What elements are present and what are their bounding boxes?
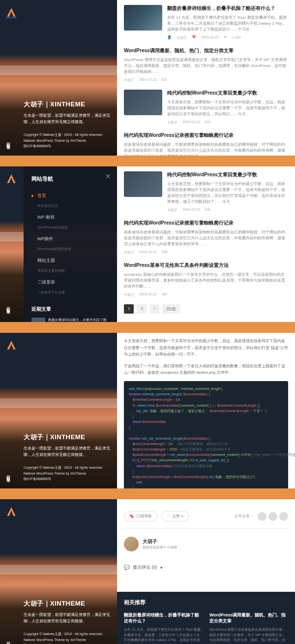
share-weibo-icon[interactable] xyxy=(268,512,277,521)
post-thumbnail xyxy=(124,171,162,197)
nav-rail[interactable]: 网站菜单 ≡ xyxy=(5,472,10,482)
post-excerpt: 很多做域名收录都有问题的，可能就需要知道蜘蛛到底都爬取自己的哪些链接，对于网站的… xyxy=(124,229,288,247)
article-paragraph: 今天突发尽想，想要限制一下文章评论当中的最少字数，后边，我发现现在很多同学下面内… xyxy=(124,338,288,358)
author-name[interactable]: 大胡子 xyxy=(143,538,177,545)
like-button[interactable]: ♡点赞 0 xyxy=(161,511,189,521)
views-icon: 👁 xyxy=(224,35,227,40)
site-tagline: 生命是一团欲望，欲望不能满足便痛苦，满足便无聊，人生就在痛苦和无聊之间摇摆。 xyxy=(24,612,110,625)
sidebar: 网站菜单 ≡ 大胡子｜XINTHEME 生命是一团欲望，欲望不能满足便痛苦，满足… xyxy=(0,333,117,488)
post-title[interactable]: 纯代码控制WordPress文章回复最少字数 xyxy=(167,171,288,178)
nav-item-theme[interactable]: 网站主题 xyxy=(31,255,109,267)
close-icon[interactable]: ✕ xyxy=(5,310,10,315)
post-thumbnail xyxy=(124,90,162,115)
post-thumbnail xyxy=(124,5,162,31)
sidebar: 网站菜单 ≡ 大胡子｜XINTHEME 生命是一团欲望，欲望不能满足便痛苦，满足… xyxy=(0,499,117,644)
site-title: 大胡子｜XINTHEME xyxy=(24,599,110,608)
recent-post[interactable]: 翻盖折叠屏诗结横生，折叠手机除了酷还有什么？ 大胡子 · 02-23 xyxy=(31,318,109,322)
screenshot-3: 网站菜单 ≡ 大胡子｜XINTHEME 生命是一团欲望，欲望不能满足便痛苦，满足… xyxy=(0,333,295,488)
site-logo[interactable] xyxy=(5,6,18,19)
related-post[interactable]: 翻盖折叠屏诗结横生，折叠手机除了酷还有什么？ 去年 11 月后，联想旗下摩托罗拉… xyxy=(124,612,203,644)
post-title[interactable]: WordPress菜单可见性和工具条件判断设置方法 xyxy=(124,262,288,269)
action-bar: 🔖订阅博客 ♡点赞 0 分享文章： xyxy=(124,504,288,529)
site-tagline: 生命是一团欲望，欲望不能满足便痛苦，满足便无聊，人生就在痛苦和无聊之间摇摆。 xyxy=(24,113,110,126)
screenshot-2: 网站菜单 ✕ ✕ 网站导航 首页 你也是的主页 WP 教程 WordPress建… xyxy=(0,166,295,322)
related-title[interactable]: WordPress调用最新、随机、热门、指定分类文章 xyxy=(209,612,288,624)
nav-rail[interactable]: 网站菜单 ≡ xyxy=(5,139,10,149)
post-title[interactable]: 纯代码控制WordPress文章回复最少字数 xyxy=(167,90,288,97)
post-meta: 大胡子 2019-12-21 407 xyxy=(124,292,288,297)
pagination: 1 2 › 共2页 xyxy=(124,304,288,314)
related-posts: 相关推荐 翻盖折叠屏诗结横生，折叠手机除了酷还有什么？ 去年 11 月后，联想旗… xyxy=(117,592,295,644)
avatar[interactable] xyxy=(124,537,139,551)
page-1[interactable]: 1 xyxy=(124,304,134,314)
post-title[interactable]: 纯代码实现WordPress记录搜索引擎蜘蛛爬行记录 xyxy=(124,220,288,226)
show-comments-button[interactable]: 显示评论 (0)▾ xyxy=(124,559,288,576)
sidebar: 网站菜单 ✕ ✕ 网站导航 首页 你也是的主页 WP 教程 WordPress建… xyxy=(0,166,117,322)
post-item[interactable]: 纯代码实现WordPress记录搜索引擎蜘蛛爬行记录 很多做域名收录都有问题的，… xyxy=(124,132,288,156)
page-next[interactable]: › xyxy=(150,304,159,314)
page-2[interactable]: 2 xyxy=(137,304,147,314)
code-block: add_filter('preprocess_comment', 'minima… xyxy=(124,381,288,488)
nav-item-plugin[interactable]: WP插件 xyxy=(31,233,109,245)
article-footer: 🔖订阅博客 ♡点赞 0 分享文章： 大胡子 我就是想要挣个小钱啊 显示评论 (0… xyxy=(117,499,295,644)
share-qq-icon[interactable] xyxy=(279,512,288,521)
post-item[interactable]: 纯代码控制WordPress文章回复最少字数 今天突发尽想，想要限制一下文章评论… xyxy=(124,171,288,213)
post-item[interactable]: WordPress菜单可见性和工具条件判断设置方法 wordpress 最核心的… xyxy=(124,262,288,297)
post-item[interactable]: 纯代码控制WordPress文章回复最少字数 今天突发尽想，想要限制一下文章评论… xyxy=(124,90,288,125)
subscribe-button[interactable]: 🔖订阅博客 xyxy=(124,511,157,521)
post-excerpt: 今天突发尽想，想要限制一下文章评论当中的最少字数，后边，我发现现在很多网站中下面… xyxy=(167,99,288,117)
icp-number: 陕ICP备888888号 xyxy=(24,143,110,149)
related-title[interactable]: 翻盖折叠屏诗结横生，折叠手机除了酷还有什么？ xyxy=(124,612,203,624)
nav-item-submenu[interactable]: 二级菜单 xyxy=(31,276,109,289)
share-bar: 分享文章： xyxy=(234,512,288,521)
hamburger-icon[interactable]: ≡ xyxy=(5,478,10,482)
share-label: 分享文章： xyxy=(234,514,254,519)
post-item[interactable]: 纯代码实现WordPress记录搜索引擎蜘蛛爬行记录 很多做域名收录都有问题的，… xyxy=(124,220,288,255)
site-logo[interactable] xyxy=(5,172,18,185)
related-heading: 相关推荐 xyxy=(124,599,288,606)
post-excerpt: 今天突发尽想，想要限制一下文章评论当中的最少字数，后边，我发现现在很多网站中下面… xyxy=(167,181,288,205)
post-meta: 大胡子 2019-12-21 631 xyxy=(167,120,288,125)
hamburger-icon[interactable]: ≡ xyxy=(5,145,10,149)
nav-rail-label: 网站菜单 xyxy=(5,304,10,308)
nav-rail-label: 网站菜单 xyxy=(5,139,10,143)
post-meta: 大胡子 2019-12-21 558 xyxy=(124,250,288,255)
related-post[interactable]: WordPress调用最新、随机、热门、指定分类文章 WordPress 调用不… xyxy=(209,612,288,644)
post-item[interactable]: 翻盖折叠屏诗结横生，折叠手机除了酷还有什么？ 去年 11 月后，联想旗下摩托罗拉… xyxy=(124,5,288,40)
article-paragraph: 于是我搞了一个外边，我们算制限一下各位大佬的回复质量的数量，我搞在百度上搜索到了… xyxy=(124,363,288,376)
site-title: 大胡子｜XINTHEME xyxy=(24,433,110,442)
heart-icon: ♡ xyxy=(167,514,170,518)
post-title[interactable]: WordPress调用最新、随机、热门、指定分类文章 xyxy=(124,47,288,54)
post-meta: 👤大胡子 📅2020-02-23 👁1,104 xyxy=(167,35,288,40)
share-wechat-icon[interactable] xyxy=(258,512,266,521)
close-icon[interactable]: ✕ xyxy=(105,172,111,180)
site-logo[interactable] xyxy=(5,339,18,352)
post-excerpt: wordpress 最核心的功能就是我们一个发布文章的平台，但就凭一篇文章，可以… xyxy=(124,272,288,290)
date-icon: 📅 xyxy=(192,35,196,40)
nav-rail[interactable]: 网站菜单 ≡ xyxy=(5,639,10,644)
screenshot-1: 网站菜单 ≡ 大胡子｜XINTHEME 生命是一团欲望，欲望不能满足便痛苦，满足… xyxy=(0,0,295,156)
nav-heading: 网站导航 xyxy=(31,175,109,183)
post-item[interactable]: WordPress调用最新、随机、热门、指定分类文章 WordPress 调用不… xyxy=(124,47,288,83)
nav-item-home[interactable]: 首页 xyxy=(31,190,109,202)
post-title[interactable]: 翻盖折叠屏诗结横生，折叠手机除了酷还有什么？ xyxy=(167,5,288,12)
bookmark-icon: 🔖 xyxy=(129,514,134,518)
sidebar: 网站菜单 ≡ 大胡子｜XINTHEME 生命是一团欲望，欲望不能满足便痛苦，满足… xyxy=(0,0,117,156)
nav-rail[interactable]: 网站菜单 ✕ xyxy=(5,304,10,315)
sidebar-content: 大胡子｜XINTHEME 生命是一团欲望，欲望不能满足便痛苦，满足便无聊，人生就… xyxy=(24,599,110,644)
site-title: 大胡子｜XINTHEME xyxy=(24,100,110,109)
chevron-down-icon: ▾ xyxy=(160,565,163,570)
sidebar-content: 大胡子｜XINTHEME 生命是一团欲望，欲望不能满足便痛苦，满足便无聊，人生就… xyxy=(24,433,110,482)
site-tagline: 生命是一团欲望，欲望不能满足便痛苦，满足便无聊，人生就在痛苦和无聊之间摇摆。 xyxy=(24,446,110,458)
nav-item-tutorial[interactable]: WP 教程 xyxy=(31,211,109,224)
post-excerpt: WordPress 调用不仅是基础其实是调用最新文章，随机文章和热门文章等，关于… xyxy=(124,57,288,75)
recent-heading: 近期文章 xyxy=(31,306,109,313)
post-title[interactable]: 纯代码实现WordPress记录搜索引擎蜘蛛爬行记录 xyxy=(124,132,288,139)
site-logo[interactable] xyxy=(5,505,18,518)
recent-thumbnail xyxy=(31,318,45,322)
page-last[interactable]: 共2页 xyxy=(162,304,180,314)
article-content: 今天突发尽想，想要限制一下文章评论当中的最少字数，后边，我发现现在很多同学下面内… xyxy=(117,333,295,488)
post-excerpt: 去年 11 月后，联想旗下摩托罗拉发布了 Razr 翻盖折叠屏手机。紧接着，三星… xyxy=(167,15,288,32)
main-content: 纯代码控制WordPress文章回复最少字数 今天突发尽想，想要限制一下文章评论… xyxy=(117,166,295,322)
post-meta: 大胡子 2019-12-21 831 xyxy=(124,78,288,83)
